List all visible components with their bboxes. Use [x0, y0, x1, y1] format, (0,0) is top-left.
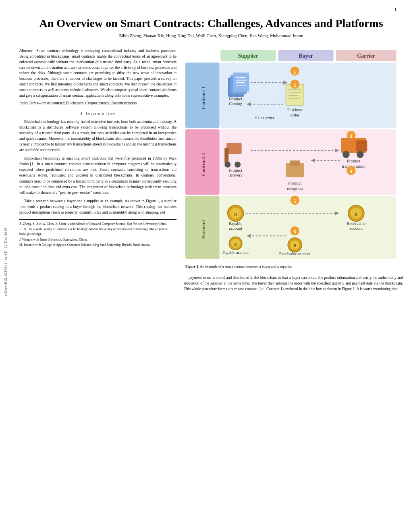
step-5: 5 — [294, 198, 296, 204]
svg-text:B: B — [234, 212, 237, 217]
payment-label: Payment — [201, 220, 206, 239]
svg-rect-5 — [220, 129, 396, 195]
footnotes: Z. Zheng, S. Xie, W. Chen, X. Chen is wi… — [19, 219, 176, 247]
footnote-3: J. Weng is with Jinan University, Guangz… — [19, 237, 176, 242]
receivable-account-1-label: Receivable — [347, 221, 365, 226]
svg-rect-27 — [226, 143, 241, 154]
abstract-text: Smart contract technology is reshaping c… — [19, 49, 176, 97]
step-4: 4 — [350, 169, 352, 175]
svg-rect-3 — [220, 63, 396, 128]
authors: Zibin Zheng, Shaoan Xie, Hong-Ning Dai, … — [35, 33, 387, 38]
intro-para-2: Blockchain technology is enabling smart … — [19, 156, 176, 195]
svg-text:B: B — [293, 243, 296, 248]
intro-para-3: Take a scenario between a buyer and a su… — [19, 198, 176, 215]
svg-rect-28 — [224, 148, 228, 163]
svg-rect-11 — [233, 73, 249, 91]
sidebar-arxiv-label: arXiv:1912.10370v1 [cs.SE] 22 Dec 2019 — [0, 81, 11, 443]
intro-body: Blockchain technology has recently fuele… — [19, 119, 176, 215]
svg-rect-7 — [220, 196, 396, 259]
right-column: Supplier Buyer Carrier Contract 1 — [184, 48, 403, 294]
svg-text:account: account — [349, 227, 363, 231]
figure-caption: Figure 1. An example of a smart contract… — [185, 264, 401, 269]
product-reception-label: Product — [288, 181, 301, 185]
payable-account-2-label: Payable account — [222, 250, 249, 255]
section-intro-title: I. Introduction — [19, 111, 176, 116]
purchase-order-label: Purchase — [287, 108, 303, 112]
svg-rect-36 — [356, 141, 367, 152]
svg-text:account: account — [229, 227, 242, 231]
purchase-order-label2: order — [291, 113, 300, 117]
svg-point-37 — [342, 151, 349, 158]
intro-para-1: Blockchain technology has recently fuele… — [19, 119, 176, 153]
right-col-para-1: payment terms is stored and distributed … — [184, 275, 403, 292]
footnote-1: Z. Zheng, S. Xie, W. Chen, X. Chen is wi… — [19, 222, 176, 227]
page-number: 1 — [394, 7, 396, 12]
index-terms-label: Index Terms— — [19, 101, 42, 105]
svg-text:reception: reception — [287, 186, 303, 191]
figure-1: Supplier Buyer Carrier Contract 1 — [184, 48, 403, 270]
step-6: 6 — [294, 229, 296, 235]
figure-caption-label: Figure 1. — [185, 264, 199, 268]
product-transportation-label: Product — [347, 159, 360, 164]
footnote-4: M. Imran is with College of Applied Comp… — [19, 243, 176, 247]
abstract-section: Abstract—Smart contract technology is re… — [19, 48, 176, 106]
figure-caption-text: An example of a smart contract between a… — [200, 264, 292, 268]
sales-order-label: Sales order — [255, 116, 274, 120]
diagram-svg: Supplier Buyer Carrier Contract 1 — [185, 50, 401, 261]
svg-point-30 — [235, 162, 241, 168]
page-title: An Overview on Smart Contracts: Challeng… — [35, 16, 387, 31]
svg-rect-44 — [290, 161, 300, 166]
carrier-header: Carrier — [357, 53, 375, 59]
contract2-label: Contract 2 — [201, 153, 206, 176]
svg-point-38 — [357, 151, 363, 158]
supplier-header: Supplier — [238, 53, 258, 59]
svg-text:B: B — [234, 243, 237, 247]
step-1: 1 — [294, 69, 296, 75]
payable-account-1-label: Payable — [229, 221, 243, 226]
receivable-account-2-label: Receivable account — [279, 251, 311, 256]
product-catalog-label2: Catalog — [229, 102, 243, 106]
svg-point-29 — [224, 162, 230, 168]
product-catalog-label: Product — [229, 97, 242, 101]
right-col-body: payment terms is stored and distributed … — [184, 275, 403, 292]
abstract-label: Abstract— — [19, 49, 36, 53]
title-section: An Overview on Smart Contracts: Challeng… — [11, 16, 411, 48]
index-terms-text: Smart contract; Blockchain; Cryptocurren… — [42, 101, 137, 105]
left-column: Abstract—Smart contract technology is re… — [19, 48, 176, 294]
product-delivery-label: Product — [229, 168, 242, 172]
footnote-2: H.-N. Dai is with Faculty of Information… — [19, 227, 176, 236]
contract1-label: Contract 1 — [201, 86, 206, 109]
step-2: 2 — [294, 82, 296, 88]
svg-text:B: B — [355, 212, 358, 217]
svg-text:delivery: delivery — [228, 173, 243, 178]
buyer-header: Buyer — [299, 53, 313, 59]
